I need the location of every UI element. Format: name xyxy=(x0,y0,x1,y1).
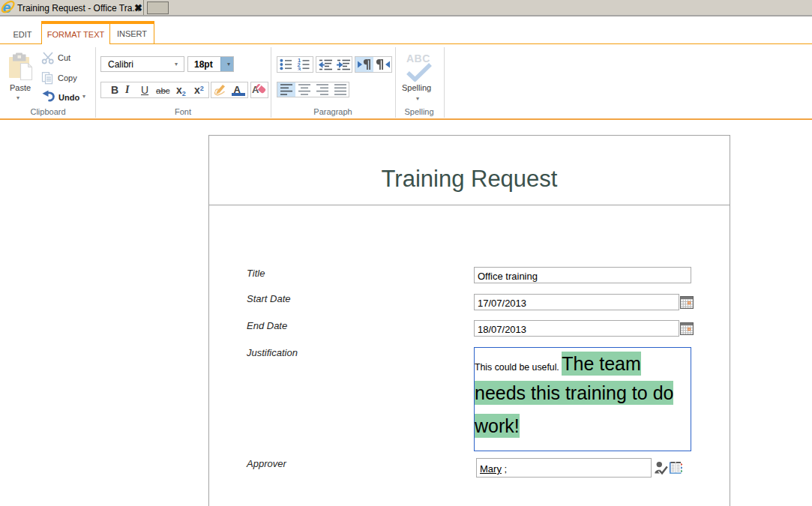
svg-text:3: 3 xyxy=(298,66,301,71)
